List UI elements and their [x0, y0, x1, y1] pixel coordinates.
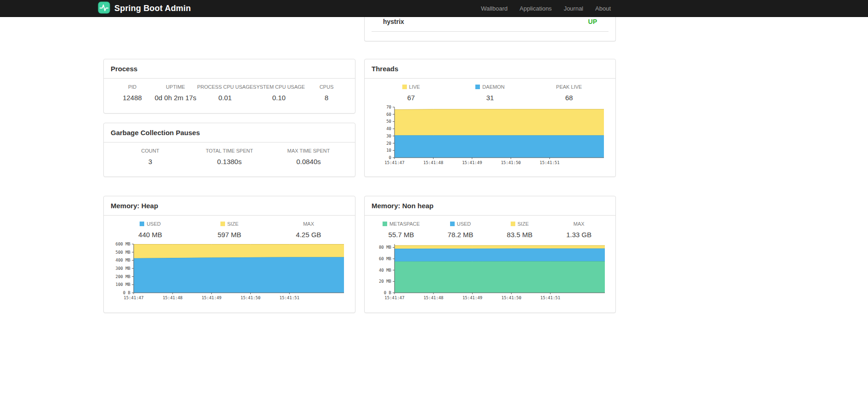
metric-label: USED: [111, 221, 190, 227]
metric-label: MAX: [549, 221, 609, 227]
legend-swatch-icon: [402, 85, 407, 89]
metric-size: SIZE83.5 MB: [490, 221, 549, 239]
svg-text:15:41:49: 15:41:49: [202, 296, 221, 300]
metric-value: 0.1380s: [190, 158, 269, 165]
metric-max: MAX4.25 GB: [269, 221, 348, 239]
memory-heap-panel-title: Memory: Heap: [104, 196, 355, 216]
metric-value: 0.0840s: [269, 158, 348, 165]
svg-text:15:41:51: 15:41:51: [540, 160, 559, 165]
metric-value: 12488: [111, 94, 154, 102]
metric-value: 0d 0h 2m 17s: [154, 94, 197, 102]
svg-text:0 B: 0 B: [123, 290, 130, 295]
process-panel: Process PID12488UPTIME0d 0h 2m 17sPROCES…: [103, 59, 355, 114]
metric-value: 597 MB: [190, 231, 269, 239]
svg-text:70: 70: [386, 105, 391, 109]
metric-label: SIZE: [490, 221, 549, 227]
svg-text:80 MB: 80 MB: [379, 245, 391, 250]
svg-text:15:41:49: 15:41:49: [462, 160, 482, 165]
navbar-inner: Spring Boot Admin Wallboard Applications…: [98, 0, 617, 17]
spring-boot-admin-page: Spring Boot Admin Wallboard Applications…: [0, 0, 868, 410]
memory-heap-metrics: USED440 MBSIZE597 MBMAX4.25 GB: [111, 221, 348, 239]
svg-text:15:41:50: 15:41:50: [502, 296, 521, 300]
metric-total-time-spent: TOTAL TIME SPENT0.1380s: [190, 148, 269, 165]
metric-daemon: DAEMON31: [451, 84, 530, 102]
memory-nonheap-panel: Memory: Non heap METASPACE55.7 MBUSED78.…: [364, 196, 616, 313]
svg-text:15:41:48: 15:41:48: [423, 296, 443, 300]
svg-text:600 MB: 600 MB: [115, 242, 130, 246]
application-status-badge: UP: [588, 18, 597, 25]
nav-link-about[interactable]: About: [589, 5, 617, 12]
metric-pid: PID12488: [111, 84, 154, 102]
brand[interactable]: Spring Boot Admin: [98, 1, 191, 16]
metric-used: USED78.2 MB: [431, 221, 490, 239]
memory-heap-panel-body: USED440 MBSIZE597 MBMAX4.25 GB 0 B100 MB…: [104, 216, 355, 308]
applications-panel-body: hystrix UP: [365, 17, 615, 41]
svg-text:15:41:49: 15:41:49: [462, 296, 482, 300]
metric-value: 31: [451, 94, 530, 102]
process-panel-body: PID12488UPTIME0d 0h 2m 17sPROCESS CPU US…: [104, 79, 355, 110]
metric-label: DAEMON: [451, 84, 530, 90]
metric-label: METASPACE: [372, 221, 431, 227]
legend-swatch-icon: [511, 222, 515, 226]
legend-swatch-icon: [475, 85, 480, 89]
metric-value: 1.33 GB: [549, 231, 609, 239]
brand-title: Spring Boot Admin: [114, 4, 191, 13]
metric-value: 67: [372, 94, 451, 102]
nav-link-applications[interactable]: Applications: [513, 5, 558, 12]
memory-heap-panel: Memory: Heap USED440 MBSIZE597 MBMAX4.25…: [103, 196, 355, 313]
metric-peak-live: PEAK LIVE68: [530, 84, 609, 102]
metric-value: 83.5 MB: [490, 231, 549, 239]
metric-label: SIZE: [190, 221, 269, 227]
threads-panel: Threads LIVE67DAEMON31PEAK LIVE68 010203…: [364, 59, 616, 177]
svg-text:300 MB: 300 MB: [115, 266, 130, 271]
metric-label: PID: [111, 84, 154, 90]
svg-text:15:41:50: 15:41:50: [241, 296, 260, 300]
nav-link-journal[interactable]: Journal: [558, 5, 589, 12]
svg-text:0: 0: [389, 155, 391, 160]
pulse-logo-icon: [98, 1, 110, 16]
svg-text:400 MB: 400 MB: [115, 258, 130, 262]
svg-text:40: 40: [386, 126, 391, 131]
svg-text:15:41:47: 15:41:47: [384, 160, 404, 165]
svg-text:10: 10: [386, 148, 391, 153]
metric-label: TOTAL TIME SPENT: [190, 148, 269, 154]
metric-value: 0.10: [253, 94, 305, 102]
process-panel-title: Process: [104, 59, 355, 79]
svg-text:100 MB: 100 MB: [115, 282, 130, 287]
applications-panel-partial: hystrix UP: [364, 17, 616, 41]
legend-swatch-icon: [220, 222, 225, 226]
metric-value: 440 MB: [111, 231, 190, 239]
memory-nonheap-metrics: METASPACE55.7 MBUSED78.2 MBSIZE83.5 MBMA…: [372, 221, 609, 239]
metric-size: SIZE597 MB: [190, 221, 269, 239]
nav-links: Wallboard Applications Journal About: [475, 5, 617, 12]
application-name: hystrix: [383, 18, 404, 25]
svg-text:15:41:47: 15:41:47: [384, 296, 404, 300]
svg-text:50: 50: [386, 119, 391, 124]
metric-label: PEAK LIVE: [530, 84, 609, 90]
process-metrics: PID12488UPTIME0d 0h 2m 17sPROCESS CPU US…: [111, 84, 348, 102]
memory-heap-chart: 0 B100 MB200 MB300 MB400 MB500 MB600 MB1…: [111, 241, 347, 303]
svg-text:200 MB: 200 MB: [115, 274, 130, 279]
metric-count: COUNT3: [111, 148, 190, 165]
metric-label: MAX TIME SPENT: [269, 148, 348, 154]
metric-label: LIVE: [372, 84, 451, 90]
gc-metrics: COUNT3TOTAL TIME SPENT0.1380sMAX TIME SP…: [111, 148, 348, 165]
metric-label: MAX: [269, 221, 348, 227]
metric-label: SYSTEM CPU USAGE: [253, 84, 305, 90]
memory-nonheap-panel-title: Memory: Non heap: [365, 196, 615, 216]
legend-swatch-icon: [383, 222, 387, 226]
threads-panel-title: Threads: [365, 59, 615, 79]
svg-text:15:41:48: 15:41:48: [423, 160, 443, 165]
legend-swatch-icon: [450, 222, 455, 226]
application-row[interactable]: hystrix UP: [372, 17, 609, 32]
svg-text:15:41:50: 15:41:50: [501, 160, 521, 165]
svg-text:20: 20: [386, 141, 391, 146]
metric-max: MAX1.33 GB: [549, 221, 609, 239]
metric-value: 3: [111, 158, 190, 165]
svg-text:60: 60: [386, 112, 391, 117]
metric-process-cpu-usage: PROCESS CPU USAGE0.01: [197, 84, 253, 102]
svg-text:60 MB: 60 MB: [379, 256, 391, 261]
metric-max-time-spent: MAX TIME SPENT0.0840s: [269, 148, 348, 165]
metric-value: 0.01: [197, 94, 253, 102]
nav-link-wallboard[interactable]: Wallboard: [475, 5, 513, 12]
